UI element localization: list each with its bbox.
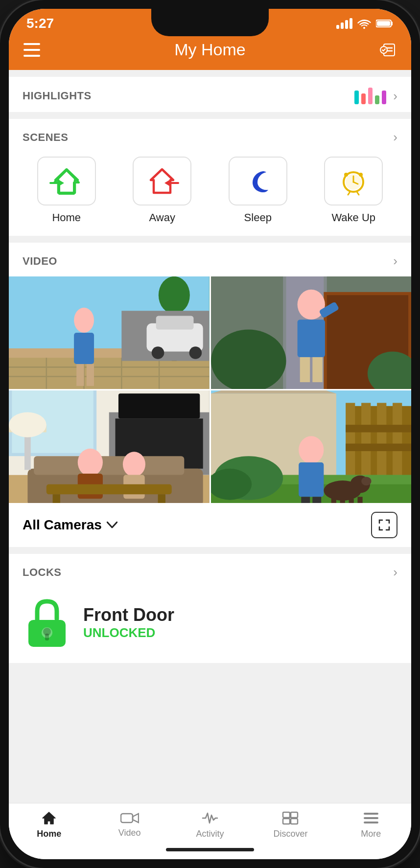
scene-sleep[interactable]: Sleep	[214, 157, 302, 224]
svg-point-73	[9, 412, 47, 437]
activity-nav-icon	[202, 810, 218, 826]
scene-home-label: Home	[52, 211, 81, 224]
highlights-bars	[354, 88, 386, 104]
content-area: HIGHLIGHTS › SC	[9, 70, 411, 803]
fullscreen-button[interactable]	[371, 512, 397, 538]
locks-section: LOCKS ›	[9, 554, 411, 663]
svg-rect-113	[364, 822, 378, 823]
svg-point-41	[189, 346, 202, 359]
video-header[interactable]: VIDEO ›	[9, 243, 411, 276]
scenes-header[interactable]: SCENES ›	[9, 119, 411, 153]
nav-more[interactable]: More	[331, 810, 411, 839]
signal-icon	[336, 18, 352, 29]
svg-rect-96	[357, 497, 362, 503]
video-controls: All Cameras	[9, 503, 411, 547]
svg-line-20	[348, 192, 350, 195]
svg-rect-89	[312, 497, 321, 503]
scene-away[interactable]: Away	[118, 157, 207, 224]
svg-rect-49	[300, 357, 309, 382]
nav-video-label: Video	[118, 828, 141, 838]
svg-rect-102	[45, 634, 49, 640]
camera-thumb-4[interactable]	[211, 390, 412, 503]
scenes-grid: Home Away	[9, 153, 411, 236]
wakeup-scene-icon-box	[324, 157, 383, 206]
scene-away-label: Away	[149, 211, 175, 224]
scenes-section: SCENES ›	[9, 119, 411, 236]
svg-point-32	[159, 276, 190, 314]
nav-discover-label: Discover	[273, 829, 307, 839]
svg-marker-12	[151, 169, 173, 193]
status-time: 5:27	[26, 16, 54, 31]
nav-more-label: More	[361, 829, 381, 839]
scene-home[interactable]: Home	[23, 157, 111, 224]
video-section: VIDEO ›	[9, 243, 411, 547]
svg-rect-35	[74, 333, 94, 364]
svg-rect-48	[297, 320, 325, 357]
svg-rect-1	[391, 22, 393, 25]
svg-rect-107	[291, 819, 298, 824]
highlights-title: HIGHLIGHTS	[23, 90, 92, 102]
nav-home[interactable]: Home	[9, 810, 89, 839]
svg-rect-61	[118, 393, 200, 418]
camera-selector[interactable]: All Cameras	[23, 517, 117, 533]
nav-video[interactable]: Video	[89, 811, 169, 838]
svg-line-21	[357, 192, 359, 195]
svg-point-47	[297, 290, 325, 320]
svg-rect-50	[312, 357, 322, 382]
svg-rect-70	[158, 494, 165, 503]
svg-rect-72	[24, 433, 31, 470]
svg-marker-76	[211, 390, 336, 393]
nav-discover[interactable]: Discover	[250, 810, 330, 839]
lock-info: Front Door UNLOCKED	[83, 605, 174, 640]
scenes-arrow: ›	[393, 130, 397, 145]
svg-point-34	[74, 308, 94, 333]
svg-rect-94	[340, 499, 345, 503]
svg-rect-69	[53, 494, 60, 503]
svg-point-19	[359, 173, 363, 177]
svg-point-40	[152, 346, 164, 359]
phone-frame: 5:27	[0, 0, 420, 868]
svg-rect-95	[349, 499, 353, 503]
svg-rect-24	[9, 358, 210, 389]
battery-icon	[376, 19, 394, 28]
highlights-header[interactable]: HIGHLIGHTS ›	[9, 77, 411, 112]
svg-rect-4	[23, 49, 40, 51]
svg-rect-2	[377, 21, 390, 26]
svg-rect-83	[346, 444, 411, 451]
video-nav-icon	[120, 811, 139, 825]
lock-item-frontdoor[interactable]: Front Door UNLOCKED	[9, 588, 411, 663]
video-title: VIDEO	[23, 255, 57, 268]
lock-status: UNLOCKED	[83, 625, 174, 640]
checklist-icon[interactable]	[380, 43, 397, 57]
svg-rect-36	[76, 364, 84, 386]
svg-point-66	[123, 452, 145, 477]
home-bar	[166, 848, 254, 851]
lock-icon	[23, 595, 71, 649]
camera-thumb-2[interactable]	[211, 276, 412, 389]
nav-home-label: Home	[37, 829, 61, 839]
scene-wakeup[interactable]: Wake Up	[310, 157, 398, 224]
svg-rect-106	[283, 819, 290, 824]
locks-header[interactable]: LOCKS ›	[9, 554, 411, 588]
lock-name: Front Door	[83, 605, 174, 625]
scenes-title: SCENES	[23, 131, 68, 144]
home-indicator	[9, 844, 411, 859]
bottom-nav: Home Video Activity	[9, 803, 411, 844]
svg-marker-13	[164, 180, 169, 186]
locks-title: LOCKS	[23, 566, 62, 579]
svg-rect-111	[364, 813, 378, 815]
notch	[151, 9, 269, 36]
away-scene-icon-box	[133, 157, 191, 206]
svg-rect-82	[346, 425, 411, 432]
svg-rect-104	[283, 812, 290, 818]
nav-activity[interactable]: Activity	[170, 810, 250, 839]
svg-point-92	[361, 477, 371, 485]
svg-rect-63	[34, 456, 184, 475]
svg-rect-105	[291, 812, 298, 818]
camera-thumb-1[interactable]	[9, 276, 210, 389]
home-scene-icon-box	[37, 157, 96, 206]
more-nav-icon	[363, 810, 379, 826]
menu-icon[interactable]	[23, 43, 40, 57]
camera-thumb-3[interactable]	[9, 390, 210, 503]
svg-rect-37	[87, 364, 94, 386]
